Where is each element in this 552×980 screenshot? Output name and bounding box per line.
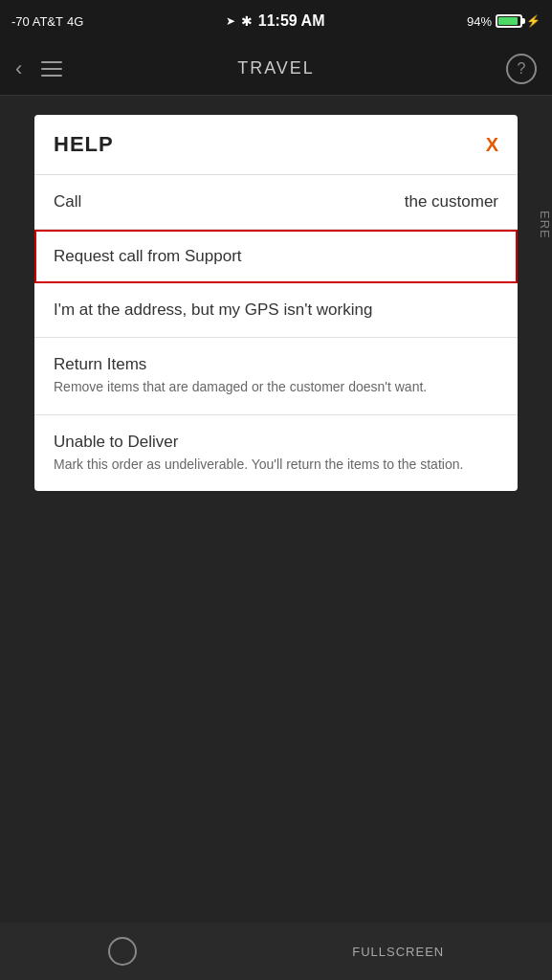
status-time: ➤ ✱ 11:59 AM bbox=[226, 12, 325, 30]
fullscreen-button[interactable]: FULLSCREEN bbox=[352, 945, 444, 959]
return-items-item[interactable]: Return Items Remove items that are damag… bbox=[34, 338, 518, 415]
fullscreen-label: FULLSCREEN bbox=[352, 945, 444, 959]
call-customer-label: Call bbox=[54, 192, 81, 212]
modal-header: HELP X bbox=[34, 115, 518, 175]
status-signal: -70 AT&T 4G bbox=[11, 14, 83, 29]
request-call-label: Request call from Support bbox=[54, 247, 242, 265]
nav-left: ‹ bbox=[15, 56, 62, 81]
unable-deliver-label: Unable to Deliver bbox=[54, 433, 498, 452]
signal-text: -70 AT&T bbox=[11, 14, 63, 29]
request-call-item[interactable]: Request call from Support bbox=[34, 230, 518, 283]
location-icon: ➤ bbox=[226, 14, 235, 28]
status-battery: 94% ⚡ bbox=[467, 14, 541, 29]
help-modal: HELP X Call the customer Request call fr… bbox=[34, 115, 518, 491]
bottom-bar: FULLSCREEN bbox=[0, 923, 552, 980]
call-customer-item[interactable]: Call the customer bbox=[34, 175, 518, 230]
nav-bar: ‹ TRAVEL ? bbox=[0, 42, 552, 96]
status-bar: -70 AT&T 4G ➤ ✱ 11:59 AM 94% ⚡ bbox=[0, 0, 552, 42]
gps-issue-item[interactable]: I'm at the address, but my GPS isn't wor… bbox=[34, 283, 518, 338]
call-customer-right: the customer bbox=[405, 192, 498, 212]
background-content: ERE HELP X Call the customer Request cal… bbox=[0, 96, 552, 980]
help-button[interactable]: ? bbox=[506, 54, 537, 84]
menu-button[interactable] bbox=[41, 61, 62, 77]
battery-icon bbox=[496, 14, 522, 28]
network-text: 4G bbox=[67, 14, 83, 29]
battery-percent: 94% bbox=[467, 14, 492, 29]
help-icon: ? bbox=[518, 60, 526, 78]
bluetooth-icon: ✱ bbox=[241, 13, 253, 29]
return-items-label: Return Items bbox=[54, 355, 498, 374]
time-text: 11:59 AM bbox=[258, 12, 325, 30]
return-items-desc: Remove items that are damaged or the cus… bbox=[54, 378, 498, 397]
back-button[interactable]: ‹ bbox=[15, 56, 22, 81]
page-title: TRAVEL bbox=[0, 58, 552, 78]
modal-close-button[interactable]: X bbox=[486, 135, 498, 154]
gps-issue-label: I'm at the address, but my GPS isn't wor… bbox=[54, 301, 372, 319]
charging-icon: ⚡ bbox=[526, 14, 541, 28]
modal-title: HELP bbox=[54, 132, 114, 157]
unable-deliver-desc: Mark this order as undeliverable. You'll… bbox=[54, 456, 498, 475]
unable-deliver-item[interactable]: Unable to Deliver Mark this order as und… bbox=[34, 415, 518, 492]
circle-button[interactable] bbox=[108, 937, 137, 966]
